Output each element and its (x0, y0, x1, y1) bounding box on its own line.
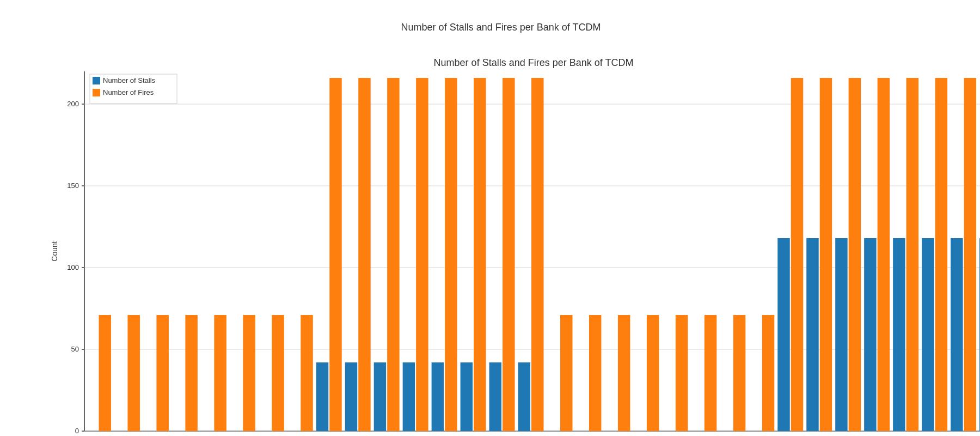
svg-rect-93 (951, 238, 963, 431)
svg-rect-36 (329, 78, 341, 431)
svg-rect-29 (243, 315, 255, 431)
svg-rect-48 (445, 78, 457, 431)
svg-rect-63 (618, 315, 630, 431)
svg-rect-19 (99, 315, 111, 431)
svg-text:Number of Fires: Number of Fires (103, 88, 154, 96)
svg-text:Count: Count (50, 241, 59, 261)
svg-rect-81 (835, 238, 847, 431)
svg-rect-25 (185, 315, 197, 431)
svg-rect-56 (518, 362, 530, 431)
svg-text:0: 0 (75, 427, 79, 435)
chart-area: 050100150200Count01234567891011121314151… (44, 39, 958, 409)
svg-rect-85 (878, 78, 890, 431)
svg-rect-61 (589, 315, 601, 431)
svg-rect-39 (358, 78, 370, 431)
svg-rect-75 (777, 238, 789, 431)
svg-rect-23 (156, 315, 168, 431)
svg-rect-94 (964, 78, 976, 431)
svg-rect-54 (503, 78, 514, 431)
svg-rect-103 (93, 89, 100, 96)
svg-rect-88 (906, 78, 918, 431)
svg-rect-45 (416, 78, 428, 431)
svg-rect-42 (387, 78, 399, 431)
svg-rect-21 (127, 315, 139, 431)
svg-rect-38 (345, 362, 357, 431)
svg-text:200: 200 (67, 100, 79, 108)
svg-rect-101 (93, 77, 100, 84)
svg-rect-71 (733, 315, 745, 431)
svg-rect-78 (806, 238, 818, 431)
svg-rect-59 (560, 315, 572, 431)
svg-rect-35 (316, 362, 328, 431)
svg-rect-79 (820, 78, 832, 431)
chart-title: Number of Stalls and Fires per Bank of T… (44, 22, 958, 33)
svg-rect-53 (489, 362, 501, 431)
svg-rect-57 (531, 78, 543, 431)
svg-rect-51 (474, 78, 486, 431)
svg-rect-67 (676, 315, 688, 431)
svg-rect-76 (791, 78, 803, 431)
svg-rect-44 (403, 362, 415, 431)
svg-rect-84 (864, 238, 876, 431)
svg-rect-47 (432, 362, 444, 431)
svg-rect-73 (762, 315, 774, 431)
svg-text:Number of Stalls and Fires per: Number of Stalls and Fires per Bank of T… (434, 57, 634, 68)
chart-container: Number of Stalls and Fires per Bank of T… (0, 0, 980, 436)
svg-rect-31 (272, 315, 284, 431)
svg-rect-87 (893, 238, 905, 431)
svg-rect-50 (461, 362, 473, 431)
svg-text:150: 150 (67, 181, 79, 190)
svg-rect-41 (374, 362, 386, 431)
svg-rect-91 (935, 78, 947, 431)
svg-rect-90 (922, 238, 934, 431)
svg-rect-65 (647, 315, 659, 431)
svg-rect-82 (849, 78, 861, 431)
svg-text:50: 50 (71, 345, 79, 353)
svg-rect-27 (214, 315, 226, 431)
svg-rect-69 (705, 315, 716, 431)
svg-text:Number of Stalls: Number of Stalls (103, 76, 156, 84)
svg-rect-33 (301, 315, 313, 431)
svg-text:100: 100 (67, 263, 79, 271)
